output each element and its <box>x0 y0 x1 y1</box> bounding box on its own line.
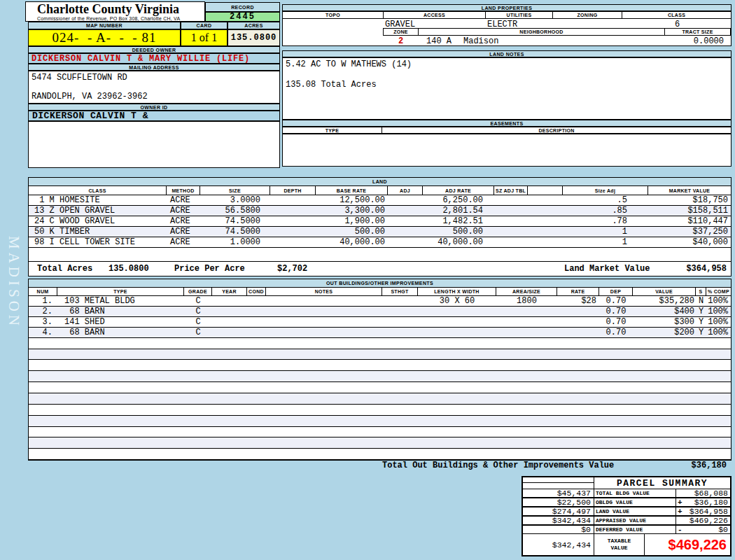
col-access: ACCESS <box>384 12 486 18</box>
col-size: SIZE <box>200 186 270 195</box>
land-size: 56.5800 <box>200 206 270 216</box>
land-method: ACRE <box>167 227 200 237</box>
neighborhood-code: 140 A <box>426 36 451 46</box>
ps-operator: + <box>678 507 682 515</box>
col-depth: DEPTH <box>270 186 316 195</box>
col-num: NUM <box>29 288 57 295</box>
col-sthgt: STHGT <box>382 288 418 295</box>
ob-value: $400 <box>633 307 696 316</box>
empty-row <box>29 438 731 449</box>
col-value: VALUE <box>633 288 696 295</box>
land-adj-rate: 2,801.54 <box>423 206 494 216</box>
ps-operator: - <box>678 526 682 533</box>
map-number-value: 024- - A- - - 81 <box>28 29 181 46</box>
card-label: CARD <box>181 22 227 29</box>
acres-label: ACRES <box>227 22 280 29</box>
easements-box <box>282 134 732 167</box>
col-year: YEAR <box>212 288 247 295</box>
ps-label: LAND VALUE <box>594 507 676 516</box>
zone-value: 2 <box>383 36 419 46</box>
owner-notes-box <box>28 121 280 168</box>
empty-row <box>29 349 731 360</box>
neighborhood-label: NEIGHBORHOOD <box>418 28 665 36</box>
land-method: ACRE <box>167 216 200 226</box>
land-row: 50 K TIMBER ACRE 74.5000 500.00 500.00 1… <box>29 227 731 237</box>
parcel-summary: PARCEL SUMMARY $45,437 TOTAL BLDG VALUE … <box>522 476 732 556</box>
col-grade: GRADE <box>184 288 212 295</box>
ps-value: $36,180 <box>694 498 730 507</box>
land-base-rate: 12,500.00 <box>316 195 388 205</box>
land-class: 13 Z OPEN GRAVEL <box>29 206 167 216</box>
land-adj-rate: 1,482.51 <box>423 216 494 226</box>
land-notes-title: LAND NOTES <box>282 50 732 57</box>
outbuilding-row: 3. 141 SHED C 0.70 $300 Y 100% <box>29 317 731 328</box>
property-record-card-page: { "colors": { "page-bg": "#AFD5E6", "ban… <box>0 0 735 560</box>
col-rate: RATE <box>557 288 599 295</box>
col-size-adj: Size Adj <box>563 186 648 195</box>
record-label: RECORD <box>205 2 280 12</box>
land-totals-row: Total Acres 135.0800 Price Per Acre $2,7… <box>29 261 731 276</box>
land-title: LAND <box>29 178 731 186</box>
deeded-owner-value: DICKERSON CALVIN T & MARY WILLIE (LIFE) <box>28 53 280 64</box>
ob-grade: C <box>184 317 212 327</box>
land-class: 1 M HOMESITE <box>29 195 167 205</box>
ps-left-value: $342,434 <box>522 516 594 525</box>
col-pct-comp: % COMP <box>706 288 731 295</box>
mailing-address-label: MAILING ADDRESS <box>28 64 280 71</box>
ps-label: APPRAISED VALUE <box>594 516 676 525</box>
record-value: 2445 <box>205 12 280 22</box>
empty-row <box>29 360 731 371</box>
owner-id-value: DICKERSON CALVIN T & <box>28 111 280 121</box>
card-value: 1 of 1 <box>181 29 227 46</box>
ob-rate: $28 <box>557 296 599 306</box>
deeded-owner-label: DEEDED OWNER <box>28 46 280 53</box>
ob-pct-comp: 100% <box>706 307 731 316</box>
col-base-rate: BASE RATE <box>316 186 388 195</box>
price-per-acre-value: $2,702 <box>277 264 307 274</box>
parcel-summary-title: PARCEL SUMMARY <box>594 477 731 489</box>
taxable-value: $469,226 <box>644 533 731 556</box>
empty-row <box>29 405 731 416</box>
land-base-rate: 40,000.00 <box>316 237 388 247</box>
empty-row <box>29 338 731 349</box>
mailing-address-box: 5474 SCUFFLETOWN RD RANDOLPH, VA 23962-3… <box>28 71 280 104</box>
total-acres-label: Total Acres <box>37 264 92 274</box>
land-class: 98 I CELL TOWER SITE <box>29 237 167 247</box>
land-market-value-total: $364,958 <box>686 264 727 274</box>
ps-label: OBLDG VALUE <box>594 498 676 507</box>
land-method: ACRE <box>167 237 200 247</box>
empty-row <box>29 449 731 460</box>
county-subtitle: Commissioner of the Revenue, PO Box 308,… <box>37 16 204 21</box>
outbuildings-title: OUT BUILDINGS/OTHER IMPROVEMENTS <box>29 279 731 288</box>
land-market-value-label: Land Market Value <box>564 264 650 274</box>
ob-type: 68 BARN <box>57 328 184 337</box>
ps-label: TOTAL BLDG VALUE <box>594 489 676 498</box>
land-row: 1 M HOMESITE ACRE 3.0000 12,500.00 6,250… <box>29 195 731 206</box>
col-notes: NOTES <box>266 288 382 295</box>
acres-value: 135.0800 <box>227 29 280 46</box>
land-base-rate: 1,900.00 <box>316 216 388 226</box>
ob-num: 1. <box>29 296 57 306</box>
col-easement-description: DESCRIPTION <box>382 127 731 133</box>
ob-value: $35,280 <box>633 296 696 306</box>
owner-id-label: OWNER ID <box>28 104 280 111</box>
ps-value-cell: $68,088 <box>676 489 731 498</box>
ob-area-size: 1800 <box>496 296 557 306</box>
col-sz-adj-tbl: SZ ADJ TBL <box>494 186 528 195</box>
land-adj-rate: 6,250.00 <box>423 195 494 205</box>
land-market-value: $37,250 <box>648 227 731 237</box>
address-line-1: 5474 SCUFFLETOWN RD <box>31 73 276 83</box>
land-size-adj: .5 <box>563 195 648 205</box>
ob-s: Y <box>696 328 706 337</box>
easements-header-row: TYPE DESCRIPTION <box>282 127 732 134</box>
ob-s: N <box>696 296 706 306</box>
ps-left-value: $274,497 <box>522 507 594 516</box>
empty-row <box>29 393 731 405</box>
col-s: S <box>696 288 706 295</box>
col-type: TYPE <box>57 288 184 295</box>
col-area-size: AREA/SIZE <box>496 288 557 295</box>
ob-pct-comp: 100% <box>706 296 731 306</box>
land-note-2: 135.08 Total Acres <box>286 80 728 90</box>
taxable-label: TAXABLE VALUE <box>594 533 645 556</box>
ob-s: Y <box>696 317 706 327</box>
